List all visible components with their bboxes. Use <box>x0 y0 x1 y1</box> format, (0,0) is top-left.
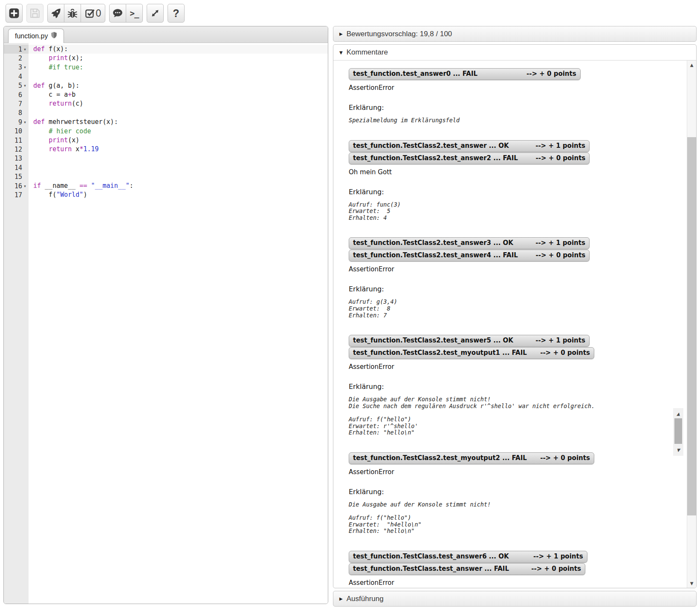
test-result-badge: test_function.TestClass2.test_answer5 ..… <box>349 335 590 347</box>
gutter-line-number[interactable]: 17 <box>4 190 29 199</box>
code-line[interactable]: return(c) <box>29 99 328 108</box>
kommentare-content: test_function.test_answer0 ... FAIL --> … <box>333 60 696 588</box>
fold-arrow-icon[interactable]: ▾ <box>22 47 28 52</box>
test-result-badges: test_function.TestClass.test_answer6 ...… <box>349 551 666 575</box>
gutter-line-number[interactable]: 7 <box>4 99 29 108</box>
erklaerung-heading: Erklärung: <box>349 285 666 293</box>
test-count-button[interactable]: 0 <box>81 4 105 23</box>
code-line[interactable]: print(x) <box>29 136 328 145</box>
scroll-up-icon[interactable]: ▲ <box>687 63 696 67</box>
code-line[interactable]: c = a+b <box>29 90 328 99</box>
kommentare-section: ▼ Kommentare test_function.test_answer0 … <box>333 44 697 588</box>
code-line[interactable]: # hier code <box>29 127 328 136</box>
code-line[interactable] <box>29 172 328 181</box>
chevron-right-icon: ▶ <box>339 596 343 601</box>
gutter-line-number[interactable]: 16▾ <box>4 181 29 190</box>
gutter-line-number[interactable]: 3▾ <box>4 63 29 72</box>
code-editor[interactable]: 1▾23▾45▾6789▾10111213141516▾17 def f(x):… <box>4 43 328 604</box>
gutter-line-number[interactable]: 13 <box>4 154 29 163</box>
comments-button[interactable] <box>109 4 126 23</box>
test-result-badge: test_function.TestClass.test_answer6 ...… <box>349 551 587 563</box>
gutter-line-number[interactable]: 6 <box>4 90 29 99</box>
gutter-line-number[interactable]: 2 <box>4 54 29 63</box>
tab-function-py[interactable]: function.py <box>8 29 64 43</box>
test-count-label: 0 <box>96 8 101 19</box>
code-line[interactable]: #if true: <box>29 63 328 72</box>
fold-arrow-icon[interactable]: ▾ <box>22 83 28 88</box>
gutter-line-number[interactable]: 10 <box>4 127 29 136</box>
test-result-badge: test_function.TestClass2.test_answer4 ..… <box>349 250 590 262</box>
test-result-badges: test_function.TestClass2.test_answer5 ..… <box>349 335 666 360</box>
editor-panel: function.py 1▾23▾45▾6789▾10111213141516▾… <box>3 26 328 604</box>
explanation-scrollbar[interactable]: ▲▼ <box>673 408 683 456</box>
erklaerung-heading: Erklärung: <box>349 383 666 391</box>
gutter-line-number[interactable]: 1▾ <box>4 45 29 54</box>
explanation-text: Aufruf: g(3,4)Erwartet: 8Erhalten: 7 <box>349 299 666 319</box>
gutter-line-number[interactable]: 11 <box>4 136 29 145</box>
fullscreen-button[interactable] <box>147 4 164 23</box>
gutter-line-number[interactable]: 4 <box>4 72 29 81</box>
accordion-kommentare[interactable]: ▼ Kommentare <box>333 45 696 60</box>
scrollbar-thumb[interactable] <box>674 418 682 444</box>
code-line[interactable]: return x*1.19 <box>29 145 328 154</box>
expand-arrows-icon <box>150 8 160 18</box>
rocket-icon <box>50 8 61 19</box>
explanation-text: Aufruf: func(3)Erwartet: 5Erhalten: 4 <box>349 201 666 222</box>
comment-blocks: test_function.test_answer0 ... FAIL --> … <box>349 68 666 587</box>
test-result-badge: test_function.TestClass2.test_answer2 ..… <box>349 152 590 164</box>
scroll-up-icon[interactable]: ▲ <box>673 411 683 417</box>
debug-button[interactable] <box>64 4 81 23</box>
test-result-badges: test_function.TestClass2.test_answer3 ..… <box>349 237 666 262</box>
code-line[interactable]: print(x); <box>29 54 328 63</box>
fold-arrow-icon[interactable]: ▾ <box>22 120 28 124</box>
test-result-message: AssertionError <box>349 362 666 371</box>
comment-terminal-group: >_ <box>109 4 143 23</box>
fold-arrow-icon[interactable]: ▾ <box>22 65 28 69</box>
test-result-badge: test_function.TestClass2.test_myoutput1 … <box>349 347 594 359</box>
code-line[interactable]: f("World") <box>29 190 328 199</box>
gutter-line-number[interactable]: 15 <box>4 172 29 181</box>
test-result-badge: test_function.TestClass.test_answer ... … <box>349 563 585 575</box>
run-button[interactable] <box>47 4 64 23</box>
new-file-button[interactable] <box>6 4 23 23</box>
scroll-down-icon[interactable]: ▼ <box>673 447 683 454</box>
code-line[interactable] <box>29 163 328 172</box>
fold-arrow-icon[interactable]: ▾ <box>22 184 28 188</box>
erklaerung-heading: Erklärung: <box>349 104 666 112</box>
test-result-badges: test_function.test_answer0 ... FAIL --> … <box>349 68 666 81</box>
gutter-line-number[interactable]: 8 <box>4 109 29 118</box>
gutter-line-number[interactable]: 5▾ <box>4 81 29 90</box>
scrollbar-thumb[interactable] <box>687 137 696 515</box>
gutter-line-number[interactable]: 14 <box>4 163 29 172</box>
gutter-line-number[interactable]: 12 <box>4 145 29 154</box>
tab-filename: function.py <box>15 32 48 40</box>
save-button[interactable] <box>26 4 43 23</box>
checkbox-check-icon <box>85 8 95 18</box>
code-line[interactable]: def f(x): <box>29 45 328 54</box>
save-icon <box>29 8 40 19</box>
code-line[interactable]: def mehrwertsteuer(x): <box>29 118 328 127</box>
bug-icon <box>67 8 78 19</box>
code-line[interactable]: if __name__ == "__main__": <box>29 181 328 190</box>
terminal-prompt-icon: >_ <box>130 9 139 18</box>
help-button[interactable]: ? <box>168 4 185 23</box>
erklaerung-heading: Erklärung: <box>349 188 666 196</box>
vertical-scrollbar[interactable]: ▲ ▼ <box>687 60 696 588</box>
scroll-down-icon[interactable]: ▼ <box>687 581 696 586</box>
test-result-badge: test_function.TestClass2.test_answer3 ..… <box>349 237 590 249</box>
ausfuehrung-label: Ausführung <box>347 595 384 603</box>
code-line[interactable] <box>29 109 328 118</box>
test-result-badge: test_function.test_answer0 ... FAIL --> … <box>349 68 581 80</box>
main-area: function.py 1▾23▾45▾6789▾10111213141516▾… <box>3 26 697 607</box>
gutter-line-number[interactable]: 9▾ <box>4 118 29 127</box>
explanation-text: Spezialmeldung im Erklärungsfeld <box>349 117 666 124</box>
accordion-bewertungsvorschlag[interactable]: ▶ Bewertungsvorschlag: 19,8 / 100 <box>333 26 697 42</box>
speech-bubble-icon <box>112 8 123 19</box>
terminal-button[interactable]: >_ <box>126 4 143 23</box>
code-line[interactable] <box>29 72 328 81</box>
test-result-badge: test_function.TestClass2.test_myoutput2 … <box>349 452 594 464</box>
code-line[interactable] <box>29 154 328 163</box>
accordion-ausfuehrung[interactable]: ▶ Ausführung <box>333 591 697 607</box>
erklaerung-heading: Erklärung: <box>349 488 666 496</box>
code-line[interactable]: def g(a, b): <box>29 81 328 90</box>
